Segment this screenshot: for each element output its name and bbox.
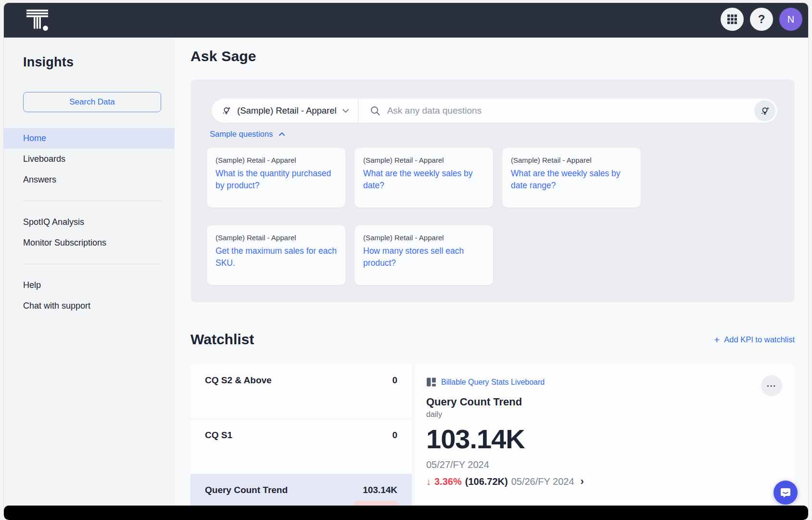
chevron-up-icon bbox=[279, 132, 285, 136]
apps-grid-button[interactable] bbox=[721, 8, 744, 31]
sample-question-card[interactable]: (Sample) Retail - Apparel Get the maximu… bbox=[207, 225, 345, 285]
down-arrow-icon: ↓ bbox=[426, 476, 431, 487]
card-datasource-label: (Sample) Retail - Apparel bbox=[511, 156, 632, 164]
plus-icon: + bbox=[714, 335, 720, 345]
liveboard-link[interactable]: Billable Query Stats Liveboard bbox=[441, 378, 545, 387]
question-mark-icon: ? bbox=[758, 13, 765, 26]
watchlist-body: CQ S2 & Above 0 CQ S1 0 Query Count Tren… bbox=[190, 364, 795, 520]
grid-icon bbox=[727, 14, 737, 25]
kpi-change-row: ↓ 3.36% (106.72K) 05/26/FY 2024 › bbox=[426, 475, 782, 488]
app-window: ? N Insights Search Data Home Liveboards… bbox=[4, 3, 808, 520]
sidebar-item-chat-with-support[interactable]: Chat with support bbox=[4, 296, 175, 316]
search-data-button[interactable]: Search Data bbox=[23, 92, 161, 112]
kpi-label: Query Count Trend bbox=[205, 485, 288, 495]
kpi-list: CQ S2 & Above 0 CQ S1 0 Query Count Tren… bbox=[190, 364, 412, 520]
compare-date: 05/26/FY 2024 bbox=[511, 476, 574, 487]
sidebar-item-help[interactable]: Help bbox=[4, 275, 175, 296]
kpi-big-value: 103.14K bbox=[426, 425, 782, 454]
chat-launcher-button[interactable] bbox=[774, 481, 798, 505]
sidebar-item-liveboards[interactable]: Liveboards bbox=[4, 149, 175, 169]
kpi-row-cq-s1[interactable]: CQ S1 0 bbox=[190, 419, 412, 474]
sample-question-card[interactable]: (Sample) Retail - Apparel What are the w… bbox=[355, 148, 493, 208]
page-title: Ask Sage bbox=[190, 48, 256, 65]
sample-question-card[interactable]: (Sample) Retail - Apparel What are the w… bbox=[502, 148, 641, 208]
chevron-down-icon bbox=[342, 108, 349, 113]
card-datasource-label: (Sample) Retail - Apparel bbox=[363, 156, 484, 164]
change-absolute: (106.72K) bbox=[465, 476, 508, 487]
kpi-detail-title: Query Count Trend bbox=[426, 396, 782, 408]
ellipsis-icon: ... bbox=[767, 384, 776, 388]
add-kpi-to-watchlist-link[interactable]: + Add KPI to watchlist bbox=[714, 335, 795, 345]
card-question-link[interactable]: How many stores sell each product? bbox=[363, 245, 484, 270]
watchlist-title: Watchlist bbox=[190, 331, 254, 348]
card-datasource-label: (Sample) Retail - Apparel bbox=[216, 234, 337, 242]
sidebar-item-spotiq-analysis[interactable]: SpotIQ Analysis bbox=[4, 212, 175, 233]
main-content: Ask Sage (Sample) Retail - Apparel bbox=[175, 38, 808, 520]
help-button[interactable]: ? bbox=[750, 8, 773, 31]
sage-search-bar: (Sample) Retail - Apparel bbox=[212, 99, 777, 123]
kpi-value: 103.14K bbox=[363, 485, 397, 495]
card-question-link[interactable]: Get the maximum sales for each SKU. bbox=[216, 245, 337, 270]
sample-question-cards-row-1: (Sample) Retail - Apparel What is the qu… bbox=[207, 148, 641, 208]
chat-bubble-icon bbox=[779, 486, 792, 499]
kpi-row-cq-s2-above[interactable]: CQ S2 & Above 0 bbox=[190, 364, 412, 419]
sample-question-card[interactable]: (Sample) Retail - Apparel How many store… bbox=[355, 225, 493, 285]
sidebar-item-answers[interactable]: Answers bbox=[4, 169, 175, 190]
kpi-frequency: daily bbox=[426, 410, 782, 419]
kpi-value: 0 bbox=[392, 430, 397, 441]
user-avatar[interactable]: N bbox=[779, 8, 802, 31]
sidebar-item-home[interactable]: Home bbox=[4, 128, 175, 149]
topbar-actions: ? N bbox=[721, 8, 802, 31]
sidebar-divider bbox=[23, 264, 162, 264]
sample-question-card[interactable]: (Sample) Retail - Apparel What is the qu… bbox=[207, 148, 345, 208]
datasource-dropdown[interactable]: (Sample) Retail - Apparel bbox=[212, 99, 358, 123]
window-bottom-bar bbox=[4, 506, 808, 520]
sidebar-item-monitor-subscriptions[interactable]: Monitor Subscriptions bbox=[4, 233, 175, 253]
add-kpi-label: Add KPI to watchlist bbox=[724, 335, 795, 344]
sage-bulb-icon bbox=[760, 105, 771, 117]
ask-sage-panel: (Sample) Retail - Apparel bbox=[190, 79, 795, 302]
ask-question-input[interactable] bbox=[387, 105, 754, 116]
top-bar: ? N bbox=[4, 3, 808, 38]
kpi-value: 0 bbox=[392, 375, 397, 386]
liveboard-icon bbox=[426, 377, 436, 387]
kpi-label: CQ S1 bbox=[205, 430, 232, 441]
avatar-initial: N bbox=[787, 14, 794, 25]
chevron-right-icon[interactable]: › bbox=[581, 475, 584, 488]
sage-bulb-icon bbox=[221, 105, 232, 116]
sidebar-title: Insights bbox=[23, 55, 175, 70]
card-datasource-label: (Sample) Retail - Apparel bbox=[216, 156, 337, 164]
watchlist-header: Watchlist + Add KPI to watchlist bbox=[190, 331, 795, 348]
search-icon bbox=[370, 105, 381, 116]
thoughtspot-logo-icon[interactable] bbox=[26, 10, 48, 31]
sidebar-nav: Home Liveboards Answers SpotIQ Analysis … bbox=[4, 128, 175, 316]
change-percent: 3.36% bbox=[434, 476, 462, 487]
sidebar: Insights Search Data Home Liveboards Ans… bbox=[4, 38, 175, 520]
liveboard-link-row: Billable Query Stats Liveboard bbox=[426, 377, 782, 387]
sidebar-divider bbox=[23, 201, 162, 201]
card-datasource-label: (Sample) Retail - Apparel bbox=[363, 234, 484, 242]
card-question-link[interactable]: What are the weekly sales by date range? bbox=[511, 168, 632, 192]
sample-questions-label: Sample questions bbox=[210, 130, 273, 139]
sample-questions-toggle[interactable]: Sample questions bbox=[210, 130, 285, 139]
kpi-label: CQ S2 & Above bbox=[205, 375, 272, 386]
kpi-detail-card: Billable Query Stats Liveboard ... Query… bbox=[415, 364, 795, 520]
sage-submit-button[interactable] bbox=[754, 100, 775, 121]
card-question-link[interactable]: What is the quantity purchased by produc… bbox=[216, 168, 337, 192]
card-question-link[interactable]: What are the weekly sales by date? bbox=[363, 168, 484, 192]
datasource-selected-label: (Sample) Retail - Apparel bbox=[237, 105, 337, 116]
more-options-button[interactable]: ... bbox=[761, 375, 782, 396]
question-input-wrap bbox=[358, 99, 754, 123]
kpi-date: 05/27/FY 2024 bbox=[426, 459, 782, 470]
sample-question-cards-row-2: (Sample) Retail - Apparel Get the maximu… bbox=[207, 225, 493, 285]
